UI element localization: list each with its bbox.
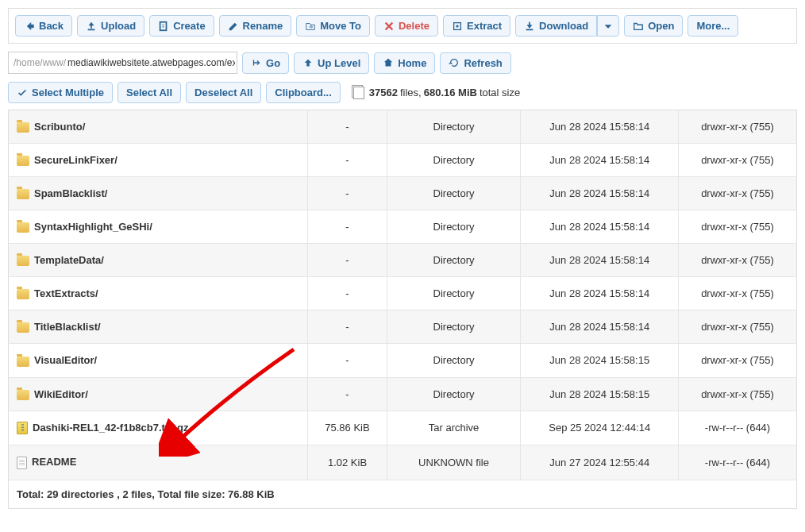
more-label: More... [696, 20, 730, 32]
clip-label: Clipboard... [275, 87, 332, 98]
go-button[interactable]: Go [242, 52, 289, 74]
file-size: - [308, 177, 387, 210]
table-row[interactable]: README1.02 KiBUNKNOWN fileJun 27 2024 12… [9, 445, 797, 480]
go-label: Go [266, 57, 280, 69]
file-kind: Directory [387, 310, 521, 344]
file-perm: drwxr-xr-x (755) [679, 377, 797, 411]
home-icon [383, 57, 394, 68]
path-input[interactable] [66, 52, 237, 73]
refresh-label: Refresh [464, 57, 502, 69]
file-perm: drwxr-xr-x (755) [679, 277, 797, 310]
file-name: SyntaxHighlight_GeSHi/ [34, 221, 152, 233]
file-perm: drwxr-xr-x (755) [679, 310, 797, 344]
table-row[interactable]: SyntaxHighlight_GeSHi/-DirectoryJun 28 2… [9, 210, 797, 244]
refresh-icon [449, 57, 460, 68]
back-button[interactable]: Back [15, 15, 72, 37]
download-dropdown[interactable] [597, 15, 619, 37]
file-kind: Directory [387, 244, 521, 277]
file-name: VisualEditor/ [34, 354, 97, 366]
file-size: - [308, 210, 387, 244]
file-date: Jun 28 2024 15:58:14 [521, 210, 679, 244]
upload-icon [86, 21, 97, 32]
table-row[interactable]: TemplateData/-DirectoryJun 28 2024 15:58… [9, 244, 797, 277]
file-name: SpamBlacklist/ [34, 187, 108, 199]
file-perm: -rw-r--r-- (644) [679, 445, 797, 480]
file-kind: Directory [387, 344, 521, 377]
file-kind: Directory [387, 144, 521, 177]
folder-icon [17, 189, 29, 199]
file-date: Jun 28 2024 15:58:15 [521, 377, 679, 411]
up-arrow-icon [302, 57, 314, 68]
rename-button[interactable]: Rename [219, 15, 292, 37]
file-perm: drwxr-xr-x (755) [679, 344, 797, 377]
main-toolbar: Back Upload Create Rename Move To Delete… [8, 8, 797, 44]
extract-button[interactable]: Extract [443, 15, 510, 37]
table-row[interactable]: TextExtracts/-DirectoryJun 28 2024 15:58… [9, 277, 797, 310]
folder-icon [17, 289, 29, 299]
file-date: Jun 27 2024 12:55:44 [521, 445, 679, 480]
folder-icon [17, 357, 29, 367]
file-size: - [308, 344, 387, 377]
file-count: 37562 [369, 87, 398, 98]
moveto-button[interactable]: Move To [296, 15, 370, 37]
file-date: Jun 28 2024 15:58:14 [521, 177, 679, 210]
file-name: TemplateData/ [34, 254, 104, 266]
file-size: - [308, 377, 387, 411]
file-name: SecureLinkFixer/ [34, 154, 117, 166]
home-button[interactable]: Home [374, 52, 435, 74]
refresh-button[interactable]: Refresh [440, 52, 510, 74]
table-row[interactable]: SecureLinkFixer/-DirectoryJun 28 2024 15… [9, 144, 797, 177]
home-label: Home [398, 57, 426, 69]
clipboard-button[interactable]: Clipboard... [266, 82, 341, 103]
select-multiple-button[interactable]: Select Multiple [8, 82, 113, 103]
svg-rect-0 [160, 21, 167, 30]
upload-button[interactable]: Upload [77, 15, 144, 37]
table-row[interactable]: WikiEditor/-DirectoryJun 28 2024 15:58:1… [9, 377, 797, 411]
file-size: 75.86 KiB [308, 411, 387, 445]
open-button[interactable]: Open [624, 15, 683, 37]
file-perm: drwxr-xr-x (755) [679, 144, 797, 177]
uplevel-button[interactable]: Up Level [294, 52, 369, 74]
archive-icon [17, 422, 28, 434]
file-kind: Directory [387, 110, 521, 144]
file-kind: Directory [387, 177, 521, 210]
select-all-button[interactable]: Select All [117, 82, 181, 103]
extract-icon [452, 21, 463, 32]
download-icon [524, 21, 535, 32]
create-icon [158, 21, 169, 32]
file-date: Jun 28 2024 15:58:14 [521, 310, 679, 344]
rename-label: Rename [243, 20, 283, 32]
folder-icon [17, 322, 29, 333]
delete-icon [383, 21, 395, 32]
folder-icon [17, 122, 29, 133]
deselect-all-button[interactable]: Deselect All [186, 82, 261, 103]
file-name: WikiEditor/ [34, 388, 88, 400]
more-button[interactable]: More... [688, 15, 738, 37]
selall-label: Select All [126, 87, 172, 98]
file-size: - [308, 310, 387, 344]
folder-icon [17, 222, 29, 233]
table-row[interactable]: TitleBlacklist/-DirectoryJun 28 2024 15:… [9, 310, 797, 344]
pages-icon [353, 87, 364, 99]
file-size: - [308, 244, 387, 277]
table-row[interactable]: Scribunto/-DirectoryJun 28 2024 15:58:14… [9, 110, 797, 144]
selection-bar: Select Multiple Select All Deselect All … [8, 82, 797, 103]
download-button[interactable]: Download [515, 15, 597, 37]
create-button[interactable]: Create [149, 15, 214, 37]
open-icon [633, 21, 644, 32]
file-date: Jun 28 2024 15:58:14 [521, 110, 679, 144]
file-perm: drwxr-xr-x (755) [679, 244, 797, 277]
file-name: README [32, 456, 76, 468]
delete-button[interactable]: Delete [375, 15, 438, 37]
footer-summary: Total: 29 directories , 2 files, Total f… [8, 480, 797, 509]
folder-icon [17, 156, 29, 166]
file-kind: UNKNOWN file [387, 445, 521, 480]
table-row[interactable]: VisualEditor/-DirectoryJun 28 2024 15:58… [9, 344, 797, 377]
file-kind: Tar archive [387, 411, 521, 445]
file-perm: drwxr-xr-x (755) [679, 210, 797, 244]
table-row[interactable]: SpamBlacklist/-DirectoryJun 28 2024 15:5… [9, 177, 797, 210]
stats-text: 37562 files, 680.16 MiB total size [353, 87, 520, 99]
table-row[interactable]: Dashiki-REL1_42-f1b8cb7.tar.gz75.86 KiBT… [9, 411, 797, 445]
file-table: Scribunto/-DirectoryJun 28 2024 15:58:14… [8, 110, 797, 480]
file-date: Jun 28 2024 15:58:14 [521, 277, 679, 310]
